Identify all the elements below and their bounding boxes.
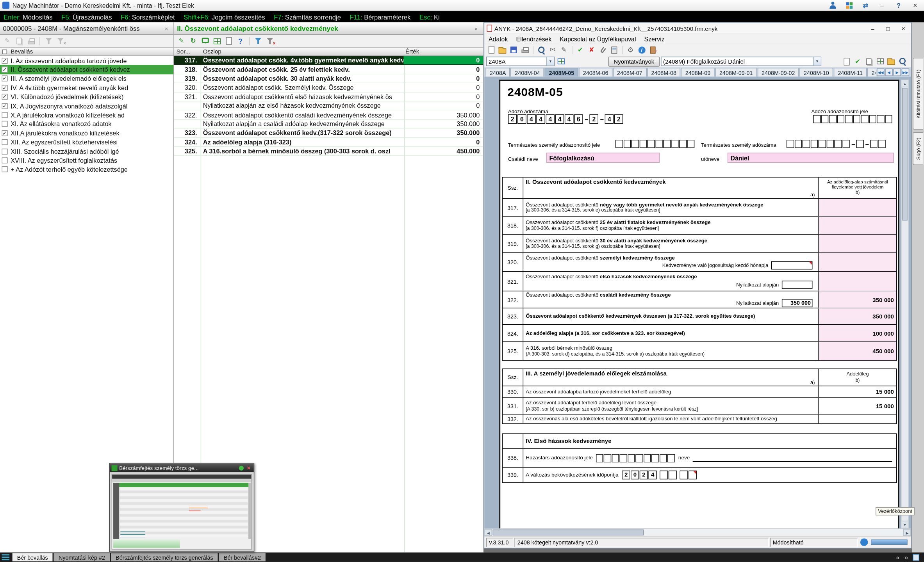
digit-box[interactable]	[623, 140, 631, 148]
digit-box[interactable]	[810, 140, 818, 148]
digit-box[interactable]	[829, 115, 837, 123]
pin-icon[interactable]	[239, 466, 244, 470]
form-input[interactable]	[782, 281, 813, 289]
digit-box[interactable]	[639, 140, 647, 148]
taskbar-tab[interactable]: Nyomtatási kép #2	[54, 553, 110, 561]
digit-box[interactable]	[861, 115, 868, 123]
form-tab[interactable]: 2408M-09-01	[715, 68, 757, 77]
family-name-field[interactable]: Főfoglalkozású	[546, 153, 660, 163]
checkbox[interactable]	[2, 148, 8, 154]
digit-box[interactable]: 0	[631, 471, 639, 480]
scroll-up-icon[interactable]: ▲	[902, 80, 908, 87]
hotkey[interactable]: Esc:Ki	[419, 13, 440, 20]
calculator-icon[interactable]	[609, 45, 619, 55]
digit-box[interactable]	[679, 140, 687, 148]
scrollbar-thumb[interactable]	[902, 88, 908, 221]
sync-icon[interactable]: ⇄	[858, 1, 873, 10]
digit-box[interactable]	[689, 471, 697, 480]
taskbar-tab[interactable]: Bérszámfejtés személy törzs generálás	[111, 553, 218, 561]
edit-icon[interactable]: ✎	[177, 36, 187, 46]
checkbox[interactable]: ✓	[2, 130, 8, 136]
attachment-icon[interactable]	[598, 45, 608, 55]
digit-box[interactable]: 4	[565, 114, 574, 124]
column-header-ertek[interactable]: Érték	[403, 48, 483, 55]
digit-box[interactable]	[687, 140, 694, 148]
bevallas-item[interactable]: XIII. Szociális hozzájárulási adóból igé	[0, 147, 173, 156]
form-tab[interactable]: 2408A	[485, 68, 510, 77]
filter-clear-icon[interactable]: ×	[55, 36, 66, 46]
bevallas-item[interactable]: ✓VI. Különadozó jövedelmek (kifizetések)	[0, 92, 173, 101]
digit-box[interactable]	[667, 454, 675, 462]
menu-item[interactable]: Adatok	[484, 36, 512, 43]
menu-icon[interactable]	[2, 554, 10, 560]
scroll-down-icon[interactable]: ▼	[902, 521, 908, 528]
filter-icon[interactable]	[253, 36, 263, 46]
table-row[interactable]: 324.Az adóelőleg alapja (316-323)0	[174, 138, 483, 147]
digit-box[interactable]	[647, 140, 655, 148]
minimize-icon[interactable]: –	[865, 23, 880, 34]
print-icon[interactable]	[26, 36, 36, 46]
digit-box[interactable]	[635, 454, 643, 462]
checkbox[interactable]	[2, 112, 8, 118]
digit-box[interactable]	[877, 115, 884, 123]
column-header-oszlop[interactable]: Oszlop	[201, 48, 404, 55]
form-tab[interactable]: 2408M-04	[511, 68, 544, 77]
checkbox[interactable]	[2, 157, 8, 163]
exit-icon[interactable]	[648, 45, 658, 55]
digit-box[interactable]	[655, 140, 663, 148]
preview-icon[interactable]	[536, 45, 546, 55]
bevallas-item[interactable]: ✓IV. A 4v.több gyermeket nevelő anyák ke…	[0, 83, 173, 92]
digit-box[interactable]	[837, 115, 844, 123]
digit-box[interactable]: 2	[614, 114, 623, 124]
select-all-checkbox-icon[interactable]	[2, 49, 7, 54]
table-row[interactable]: 321.Összevont adóalapot csökkentő első h…	[174, 92, 483, 101]
checkbox[interactable]	[2, 139, 8, 145]
next-window-icon[interactable]: »	[904, 554, 908, 561]
checkbox[interactable]	[2, 167, 8, 173]
digit-box[interactable]	[628, 454, 635, 462]
check-icon[interactable]: ✔	[575, 45, 585, 55]
tab-sugo[interactable]: Súgó (F2)	[913, 132, 923, 165]
digit-box[interactable]: 6	[517, 114, 526, 124]
checkbox[interactable]: ✓	[2, 85, 8, 91]
digit-box[interactable]	[803, 140, 810, 148]
template-picker-button[interactable]	[556, 56, 566, 66]
digit-box[interactable]	[651, 454, 659, 462]
digit-box[interactable]	[813, 115, 821, 123]
digit-box[interactable]	[663, 140, 671, 148]
form-list-icon[interactable]	[875, 56, 885, 66]
checkbox[interactable]	[2, 121, 8, 127]
close-icon[interactable]: ×	[908, 1, 923, 10]
checkbox[interactable]: ✓	[2, 103, 8, 109]
notes-icon[interactable]	[913, 554, 919, 560]
digit-box[interactable]: 2	[590, 114, 599, 124]
bevallas-item[interactable]: ✓III. A személyi jövedelemadó előlegek e…	[0, 74, 173, 83]
checkbox[interactable]: ✓	[2, 67, 8, 73]
open-folder-icon[interactable]	[886, 56, 896, 66]
nyomtatvanyok-button[interactable]: Nyomtatványok	[608, 56, 660, 66]
table-row[interactable]: 325.A 316.sorból a bérnek minősülő össze…	[174, 147, 483, 156]
digit-box[interactable]	[869, 115, 876, 123]
bevallas-item[interactable]: XII. Az egyszerűsített közteherviselési	[0, 138, 173, 147]
hotkey[interactable]: F7:Számítás sorrendje	[274, 13, 341, 20]
close-icon[interactable]: ×	[472, 25, 480, 32]
last-tab-icon[interactable]: ▶▶	[902, 68, 910, 76]
name-input-line[interactable]	[693, 454, 892, 461]
comment-icon[interactable]	[200, 36, 210, 46]
digit-box[interactable]: 4	[555, 114, 564, 124]
help-icon[interactable]: ?	[891, 1, 906, 10]
table-row[interactable]: 319.Összevont adóalapot csökk. 30 alatti…	[174, 74, 483, 83]
menu-item[interactable]: Kapcsolat az Ügyfélkapuval	[556, 36, 640, 43]
form-tab[interactable]: 2408M-06	[579, 68, 612, 77]
bevallas-item[interactable]: ✓I. Az összevont adóalapba tartozó jöved…	[0, 56, 173, 65]
filter-icon[interactable]	[44, 36, 54, 46]
prev-tab-icon[interactable]: ◀	[885, 68, 893, 76]
apps-grid-icon[interactable]	[841, 1, 856, 10]
close-icon[interactable]: ×	[246, 465, 252, 471]
user-icon[interactable]	[825, 1, 840, 10]
digit-box[interactable]: 4	[546, 114, 555, 124]
scroll-left-icon[interactable]: ◀	[484, 529, 492, 536]
digit-box[interactable]	[878, 140, 886, 148]
digit-box[interactable]	[856, 140, 863, 148]
digit-box[interactable]: 4	[527, 114, 536, 124]
